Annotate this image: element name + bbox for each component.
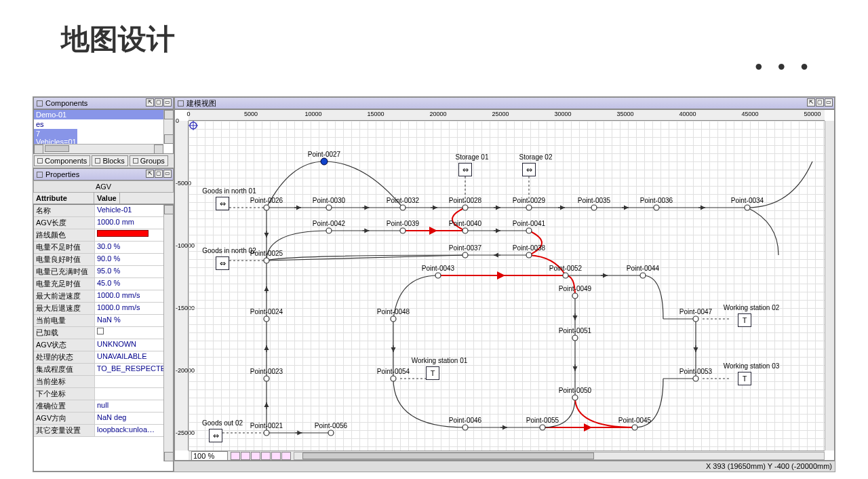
property-row[interactable]: 当前电量NaN %	[34, 315, 173, 327]
point-label[interactable]: Point-0054	[377, 368, 410, 375]
tool-icon[interactable]	[271, 452, 281, 460]
close-icon[interactable]: ▭	[825, 98, 833, 107]
component-item[interactable]: es	[34, 119, 173, 129]
property-value[interactable]: null	[95, 400, 173, 412]
canvas-scrollbar-horizontal[interactable]	[294, 452, 825, 460]
point-label[interactable]: Point-0026	[250, 197, 283, 204]
tab-blocks[interactable]: Blocks	[92, 155, 127, 166]
property-value[interactable]	[95, 229, 173, 241]
point-label[interactable]: Point-0039	[387, 220, 419, 227]
property-value[interactable]: 1000.0 mm	[95, 217, 173, 229]
tool-icon[interactable]	[261, 452, 271, 460]
zoom-input[interactable]: 100 %	[191, 451, 228, 461]
property-value[interactable]	[95, 388, 173, 400]
tab-components[interactable]: Components	[34, 155, 90, 166]
point-label[interactable]: Point-0044	[627, 265, 659, 272]
property-row[interactable]: 路线颜色	[34, 229, 173, 242]
canvas[interactable]: 0500010000150002000025000300003500040000…	[174, 109, 835, 461]
location-box[interactable]: T	[738, 313, 751, 327]
tool-icon[interactable]	[241, 452, 250, 460]
tool-icon[interactable]	[251, 452, 260, 460]
component-item-selected[interactable]: Demo-01	[34, 110, 173, 119]
max-icon[interactable]: ▢	[155, 170, 163, 178]
property-value[interactable]: UNAVAILABLE	[95, 351, 173, 363]
location-label[interactable]: Working station 03	[724, 362, 780, 370]
property-row[interactable]: 准确位置null	[34, 400, 173, 413]
point-label[interactable]: Point-0045	[618, 417, 651, 424]
col-attribute[interactable]: Attribute	[33, 193, 94, 204]
property-row[interactable]: 最大后退速度1000.0 mm/s	[34, 303, 173, 315]
property-row[interactable]: 处理的状态UNAVAILABLE	[34, 351, 173, 364]
point-label[interactable]: Point-0032	[387, 197, 419, 204]
close-icon[interactable]: ▭	[163, 170, 172, 178]
property-value[interactable]: TO_BE_RESPECTED	[95, 364, 173, 375]
property-value[interactable]	[95, 327, 173, 339]
point-label[interactable]: Point-0035	[578, 197, 610, 204]
property-value[interactable]: 1000.0 mm/s	[95, 303, 173, 314]
col-value[interactable]: Value	[94, 193, 120, 204]
point-label[interactable]: Point-0047	[679, 308, 712, 315]
property-row[interactable]: 集成程度值TO_BE_RESPECTED	[34, 364, 173, 376]
property-value[interactable]: UNKNOWN	[95, 339, 173, 351]
point-label[interactable]: Point-0034	[731, 197, 764, 204]
scrollbar-horizontal[interactable]	[34, 144, 163, 153]
point-label[interactable]: Point-0049	[559, 285, 591, 292]
canvas-scrollbar-vertical[interactable]	[825, 121, 834, 451]
property-row[interactable]: 电量良好时值90.0 %	[34, 254, 173, 266]
location-box[interactable]: ⇔	[522, 163, 536, 176]
property-value[interactable]: 1000.0 mm/s	[95, 290, 173, 302]
point-label[interactable]: Point-0053	[679, 368, 712, 375]
property-row[interactable]: 电量充足时值45.0 %	[34, 278, 173, 290]
property-row[interactable]: AGV长度1000.0 mm	[34, 217, 173, 229]
point-label[interactable]: Point-0048	[377, 308, 410, 315]
location-box[interactable]: T	[738, 372, 751, 385]
property-row[interactable]: AGV状态UNKNOWN	[34, 339, 173, 351]
property-value[interactable]: NaN %	[95, 315, 173, 326]
property-value[interactable]: Vehicle-01	[95, 205, 173, 216]
location-box[interactable]: ⇔	[458, 163, 472, 176]
property-value[interactable]	[95, 376, 173, 387]
property-row[interactable]: 电量已充满时值95.0 %	[34, 266, 173, 278]
property-row[interactable]: 名称Vehicle-01	[34, 205, 173, 217]
location-label[interactable]: Storage 02	[519, 153, 553, 161]
point-label[interactable]: Point-0042	[313, 220, 345, 227]
scrollbar-vertical[interactable]	[163, 110, 173, 144]
point-label[interactable]: Point-0052	[549, 265, 582, 272]
location-label[interactable]: Goods out 02	[202, 419, 243, 427]
tab-groups[interactable]: Groups	[130, 155, 168, 166]
color-swatch[interactable]	[97, 230, 149, 237]
canvas-panel-title[interactable]: 建模视图 ⇱▢▭	[174, 97, 835, 109]
location-label[interactable]: Working station 01	[412, 357, 468, 364]
point-label[interactable]: Point-0038	[513, 244, 545, 252]
properties-table[interactable]: 名称Vehicle-01AGV长度1000.0 mm路线颜色电量不足时值30.0…	[33, 204, 174, 472]
point-label[interactable]: Point-0023	[250, 368, 283, 375]
tool-icon[interactable]	[231, 452, 240, 460]
pin-icon[interactable]: ⇱	[146, 170, 154, 178]
point-label[interactable]: Point-0043	[422, 265, 454, 272]
property-row[interactable]: 最大前进速度1000.0 mm/s	[34, 290, 173, 303]
point-label[interactable]: Point-0041	[513, 220, 545, 227]
property-row[interactable]: 下个坐标	[34, 388, 173, 400]
scrollbar-vertical[interactable]	[163, 205, 173, 461]
location-label[interactable]: Goods in north 02	[202, 247, 256, 254]
property-value[interactable]: 30.0 %	[95, 242, 173, 253]
property-row[interactable]: 已加载	[34, 327, 173, 339]
point-label[interactable]: Point-0050	[559, 387, 591, 394]
property-value[interactable]: 45.0 %	[95, 278, 173, 290]
components-list[interactable]: Demo-01 es 7 Vehicles=01	[33, 109, 174, 154]
location-box[interactable]: T	[426, 366, 439, 380]
location-box[interactable]: ⇔	[216, 256, 229, 270]
max-icon[interactable]: ▢	[155, 98, 163, 107]
pin-icon[interactable]: ⇱	[807, 98, 815, 107]
location-box[interactable]: ⇔	[216, 197, 229, 210]
point-label[interactable]: Point-0040	[449, 220, 481, 227]
point-label[interactable]: Point-0046	[449, 417, 481, 424]
point-label[interactable]: Point-0024	[250, 308, 283, 315]
location-box[interactable]: ⇔	[209, 429, 222, 442]
property-value[interactable]: 90.0 %	[95, 254, 173, 265]
point-label[interactable]: Point-0036	[640, 197, 673, 204]
location-label[interactable]: Working station 02	[724, 304, 780, 311]
point-label[interactable]: Point-0029	[513, 197, 545, 204]
point-label[interactable]: Point-0021	[250, 422, 283, 429]
property-value[interactable]: 95.0 %	[95, 266, 173, 277]
